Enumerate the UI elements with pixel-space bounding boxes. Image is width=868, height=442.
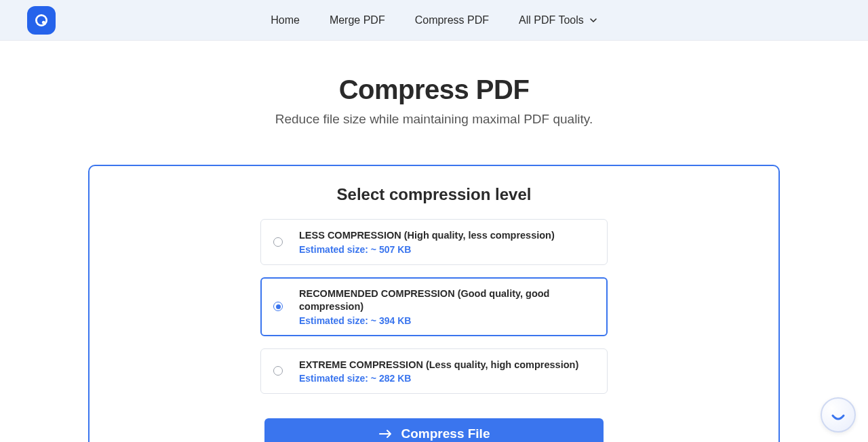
logo[interactable] [27, 6, 56, 35]
chevron-down-icon [589, 16, 597, 24]
logo-icon [33, 12, 50, 28]
page-title: Compress PDF [0, 75, 868, 105]
panel-title: Select compression level [117, 185, 751, 204]
smile-icon [828, 405, 848, 425]
option-estimated-size: Estimated size: ~ 394 KB [299, 315, 595, 326]
chat-widget-button[interactable] [821, 397, 856, 433]
option-title: EXTREME COMPRESSION (Less quality, high … [299, 359, 595, 372]
option-text: RECOMMENDED COMPRESSION (Good quality, g… [299, 287, 595, 326]
radio-icon [273, 237, 283, 247]
nav-home-label: Home [271, 14, 300, 26]
option-estimated-size: Estimated size: ~ 282 KB [299, 373, 595, 384]
compression-options: LESS COMPRESSION (High quality, less com… [117, 219, 751, 442]
nav-merge-label: Merge PDF [330, 14, 385, 26]
option-extreme-compression[interactable]: EXTREME COMPRESSION (Less quality, high … [260, 348, 608, 395]
main-nav: Home Merge PDF Compress PDF All PDF Tool… [76, 14, 792, 26]
option-text: EXTREME COMPRESSION (Less quality, high … [299, 359, 595, 384]
compression-panel: Select compression level LESS COMPRESSIO… [88, 165, 780, 442]
option-title: LESS COMPRESSION (High quality, less com… [299, 229, 595, 243]
radio-icon [273, 302, 283, 311]
arrow-right-icon [378, 428, 393, 439]
topbar: Home Merge PDF Compress PDF All PDF Tool… [0, 0, 868, 41]
nav-merge-pdf[interactable]: Merge PDF [330, 14, 385, 26]
nav-all-tools[interactable]: All PDF Tools [519, 14, 597, 26]
nav-compress-pdf[interactable]: Compress PDF [415, 14, 489, 26]
option-estimated-size: Estimated size: ~ 507 KB [299, 244, 595, 255]
compress-file-button[interactable]: Compress File [264, 418, 604, 442]
option-title: RECOMMENDED COMPRESSION (Good quality, g… [299, 287, 595, 314]
page-header: Compress PDF Reduce file size while main… [0, 75, 868, 127]
nav-all-tools-label: All PDF Tools [519, 14, 584, 26]
page-subtitle: Reduce file size while maintaining maxim… [0, 112, 868, 127]
option-less-compression[interactable]: LESS COMPRESSION (High quality, less com… [260, 219, 608, 265]
option-recommended-compression[interactable]: RECOMMENDED COMPRESSION (Good quality, g… [260, 277, 608, 336]
nav-home[interactable]: Home [271, 14, 300, 26]
radio-icon [273, 366, 283, 376]
compress-button-label: Compress File [401, 426, 490, 441]
svg-point-2 [42, 20, 45, 24]
option-text: LESS COMPRESSION (High quality, less com… [299, 229, 595, 255]
nav-compress-label: Compress PDF [415, 14, 489, 26]
